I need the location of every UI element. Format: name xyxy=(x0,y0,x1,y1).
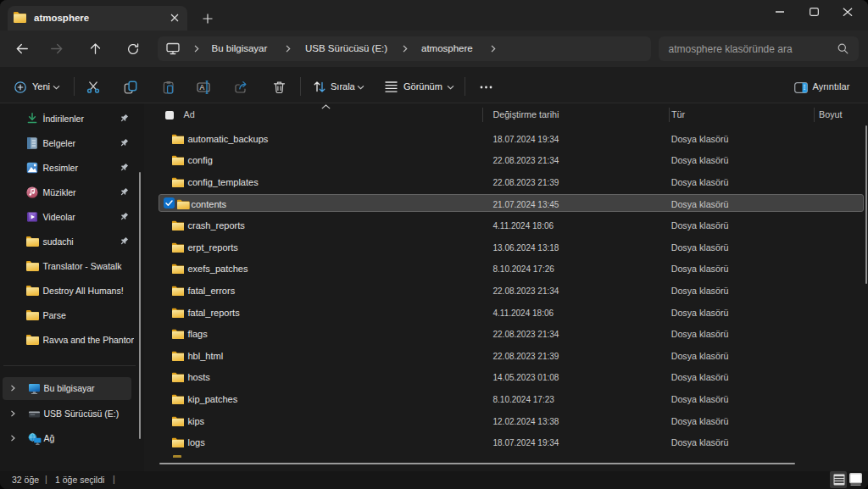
svg-text:A: A xyxy=(199,83,204,92)
